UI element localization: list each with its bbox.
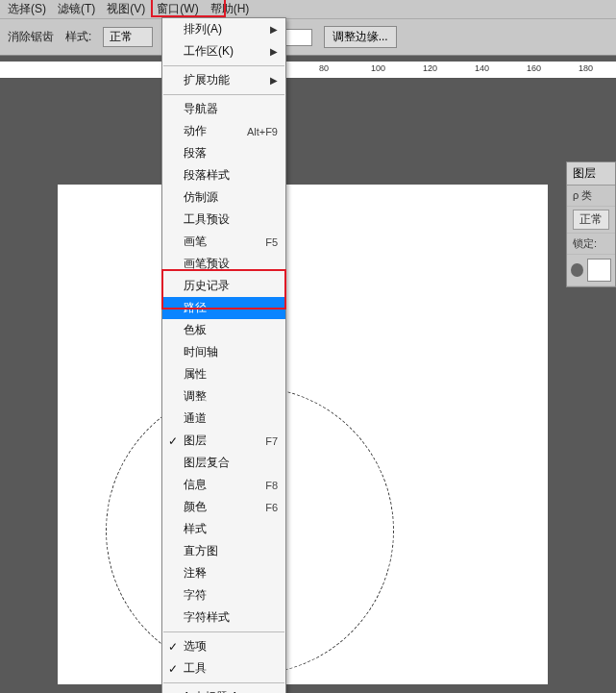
menu-window[interactable]: 窗口(W)	[151, 0, 204, 19]
menu-item[interactable]: 工作区(K)▶	[162, 40, 285, 62]
refine-edge-button[interactable]: 调整边缘...	[324, 26, 397, 48]
layer-row[interactable]	[567, 255, 615, 286]
menu-item[interactable]: 色板	[162, 319, 285, 341]
menu-item[interactable]: 导航器	[162, 98, 285, 120]
panel-lock: 锁定:	[567, 234, 615, 255]
menu-item-label: 工作区(K)	[184, 43, 234, 60]
menubar: 选择(S) 滤镜(T) 视图(V) 窗口(W) 帮助(H)	[0, 0, 616, 19]
ruler-tick: 100	[371, 63, 385, 73]
style-select[interactable]: 正常	[103, 27, 153, 47]
menu-view[interactable]: 视图(V)	[101, 0, 151, 19]
menu-item[interactable]: 仿制源	[162, 186, 285, 209]
menu-item-label: 扩展功能	[184, 72, 230, 88]
workspace	[0, 79, 616, 693]
menu-item-label: 信息	[184, 477, 207, 493]
check-icon: ✓	[168, 662, 178, 676]
menu-separator	[163, 682, 284, 683]
menu-item-label: 色板	[184, 322, 207, 338]
ruler-horizontal: 20406080100120140160180	[0, 62, 616, 79]
panel-kind: ρ 类	[567, 186, 615, 207]
ruler-tick: 140	[475, 63, 489, 73]
menu-item[interactable]: 排列(A)▶	[162, 18, 285, 40]
menu-item[interactable]: 字符	[162, 584, 285, 606]
menu-item[interactable]: 时间轴	[162, 341, 285, 363]
menu-help[interactable]: 帮助(H)	[205, 0, 256, 19]
menu-item[interactable]: 字符样式	[162, 606, 285, 629]
options-bar: 消除锯齿 样式: 正常 宽度: 调整边缘...	[0, 19, 616, 56]
ruler-tick: 120	[423, 63, 437, 73]
menu-item-label: 图层复合	[184, 455, 230, 471]
menu-item[interactable]: 画笔预设	[162, 253, 285, 275]
menu-item[interactable]: 路径	[162, 297, 285, 319]
menu-item[interactable]: 画笔F5	[162, 231, 285, 253]
menu-item-label: 属性	[184, 366, 207, 383]
menu-item-label: 注释	[184, 565, 207, 582]
menu-item-label: 排列(A)	[184, 21, 222, 37]
ruler-tick: 160	[527, 63, 541, 73]
menu-item[interactable]: 扩展功能▶	[162, 69, 285, 91]
menu-item-label: 路径	[184, 300, 207, 316]
menu-item-label: 颜色	[184, 499, 207, 515]
antialias-label: 消除锯齿	[8, 29, 54, 45]
menu-separator	[163, 65, 284, 66]
layers-panel[interactable]: 图层 ρ 类 正常 锁定:	[566, 161, 616, 287]
menu-item-label: 样式	[184, 521, 207, 537]
menu-separator	[163, 631, 284, 632]
menu-item-label: 1 未标题-1	[184, 689, 238, 693]
menu-item-label: 工具预设	[184, 211, 230, 228]
menu-item-label: 选项	[184, 638, 207, 655]
menu-item[interactable]: 信息F8	[162, 474, 285, 496]
check-icon: ✓	[168, 640, 178, 654]
menu-item[interactable]: 段落	[162, 142, 285, 164]
menu-item-label: 仿制源	[184, 189, 218, 206]
menu-item-label: 通道	[184, 410, 207, 427]
menu-item-label: 画笔	[184, 234, 207, 250]
menu-item[interactable]: ✓工具	[162, 657, 285, 680]
menu-item[interactable]: 直方图	[162, 540, 285, 562]
menu-item-label: 导航器	[184, 101, 218, 117]
ruler-tick: 80	[319, 63, 329, 73]
submenu-arrow-icon: ▶	[270, 46, 278, 57]
menu-filter[interactable]: 滤镜(T)	[52, 0, 101, 19]
menu-item-label: 历史记录	[184, 278, 230, 294]
menu-item[interactable]: 属性	[162, 363, 285, 385]
menu-item-label: 段落样式	[184, 167, 230, 184]
menu-shortcut: F5	[265, 236, 278, 248]
menu-item-label: 段落	[184, 145, 207, 161]
layer-thumbnail[interactable]	[587, 259, 611, 282]
menu-item[interactable]: 调整	[162, 385, 285, 408]
menu-item-label: 直方图	[184, 543, 218, 559]
menu-item[interactable]: 颜色F6	[162, 496, 285, 518]
menu-item[interactable]: 工具预设	[162, 209, 285, 231]
menu-shortcut: F6	[265, 502, 278, 513]
style-label: 样式:	[65, 29, 91, 45]
menu-item-label: 字符样式	[184, 609, 230, 626]
menu-item[interactable]: ✓1 未标题-1	[162, 686, 285, 693]
menu-item[interactable]: 历史记录	[162, 275, 285, 297]
menu-item-label: 工具	[184, 660, 207, 677]
menu-item-label: 调整	[184, 388, 207, 405]
window-menu-dropdown: 排列(A)▶工作区(K)▶扩展功能▶导航器动作Alt+F9段落段落样式仿制源工具…	[161, 17, 286, 693]
menu-item[interactable]: 样式	[162, 518, 285, 540]
menu-separator	[163, 94, 284, 95]
ruler-tick: 180	[579, 63, 593, 73]
menu-item-label: 时间轴	[184, 344, 218, 360]
menu-item[interactable]: 段落样式	[162, 164, 285, 186]
menu-item[interactable]: 注释	[162, 562, 285, 584]
menu-item-label: 画笔预设	[184, 256, 230, 272]
menu-item[interactable]: 动作Alt+F9	[162, 120, 285, 142]
menu-item[interactable]: ✓选项	[162, 635, 285, 657]
menu-item[interactable]: 图层复合	[162, 452, 285, 474]
menu-select[interactable]: 选择(S)	[2, 0, 52, 19]
menu-shortcut: F8	[265, 480, 278, 491]
menu-item[interactable]: ✓图层F7	[162, 430, 285, 452]
menu-item-label: 动作	[184, 123, 207, 139]
visibility-icon[interactable]	[571, 263, 583, 277]
check-icon: ✓	[168, 434, 178, 448]
submenu-arrow-icon: ▶	[270, 24, 278, 35]
menu-shortcut: Alt+F9	[247, 126, 278, 137]
menu-item-label: 字符	[184, 587, 207, 604]
layers-tab[interactable]: 图层	[567, 162, 615, 186]
menu-item[interactable]: 通道	[162, 408, 285, 430]
panel-blend[interactable]: 正常	[567, 207, 615, 234]
